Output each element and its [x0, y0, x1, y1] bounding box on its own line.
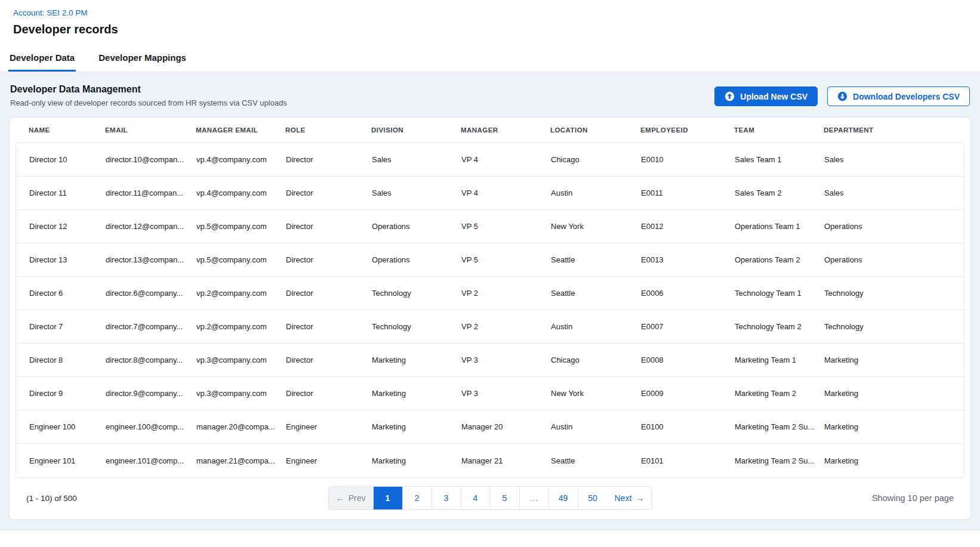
table-cell: VP 5 [461, 255, 551, 264]
account-link[interactable]: Account: SEI 2.0 PM [13, 8, 88, 17]
table-cell: vp.2@company.com [196, 289, 286, 298]
table-cell: vp.4@company.com [196, 188, 286, 197]
table-cell: E0008 [641, 356, 735, 364]
table-cell: vp.5@company.com [196, 222, 286, 231]
pagination-page-1[interactable]: 1 [374, 487, 403, 509]
table-cell: Engineer [286, 422, 372, 431]
table-cell: Operations [824, 255, 951, 264]
table-cell: Technology Team 2 [735, 322, 824, 331]
table-cell: Seattle [551, 289, 641, 298]
table-cell: Director [286, 389, 372, 398]
pagination-pages: 12345...4950 [374, 487, 608, 509]
table-cell: Technology Team 1 [735, 289, 824, 298]
table-cell: Marketing [372, 389, 461, 398]
arrow-left-icon: ← [336, 493, 344, 503]
pagination-page-49[interactable]: 49 [549, 487, 578, 509]
table-cell: Sales Team 1 [735, 155, 824, 164]
table-cell: Marketing Team 2 [735, 389, 824, 398]
table-row: Director 6director.6@company...vp.2@comp… [16, 277, 964, 310]
table-cell: Director 7 [29, 322, 106, 331]
table-cell: Engineer 101 [29, 456, 106, 465]
page-header: Account: SEI 2.0 PM Developer records [0, 0, 980, 36]
table-cell: Austin [551, 422, 641, 431]
table-cell: New York [551, 222, 641, 231]
table-cell: Operations [372, 255, 461, 264]
section-actions: Upload New CSV Download Developers CSV [714, 84, 970, 106]
table-cell: Sales [824, 155, 951, 164]
column-header: EMAIL [105, 126, 196, 134]
table-cell: Director 13 [29, 255, 106, 264]
table-cell: Marketing Team 1 [735, 356, 824, 364]
table-cell: director.12@compan... [106, 222, 196, 231]
developer-table-card: NAMEEMAILMANAGER EMAILROLEDIVISIONMANAGE… [9, 117, 971, 520]
column-header: DIVISION [371, 126, 461, 134]
pagination: ← Prev 12345...4950 Next → [328, 486, 652, 510]
table-cell: Sales Team 2 [735, 188, 824, 197]
download-csv-button[interactable]: Download Developers CSV [827, 86, 970, 106]
table-cell: vp.4@company.com [196, 155, 286, 164]
table-cell: engineer.101@comp... [106, 456, 196, 465]
table-cell: Technology [372, 322, 461, 331]
table-cell: E0100 [641, 422, 735, 431]
upload-csv-button[interactable]: Upload New CSV [714, 86, 818, 106]
table-cell: VP 4 [461, 188, 551, 197]
table-row: Director 13director.13@compan...vp.5@com… [16, 243, 964, 277]
table-cell: director.13@compan... [106, 255, 196, 264]
pagination-page-5[interactable]: 5 [491, 487, 520, 509]
table-cell: VP 3 [461, 389, 551, 398]
row-range-text: (1 - 10) of 500 [26, 494, 328, 503]
table-footer: (1 - 10) of 500 ← Prev 12345...4950 Next… [10, 478, 970, 520]
table-cell: E0006 [641, 289, 735, 298]
table-cell: Marketing [824, 356, 951, 364]
table-cell: Chicago [551, 356, 641, 364]
tab-developer-data[interactable]: Developer Data [8, 45, 76, 72]
pagination-page-50[interactable]: 50 [578, 487, 608, 509]
table-cell: Director [286, 222, 372, 231]
table-cell: E0101 [641, 456, 735, 465]
table-cell: VP 4 [461, 155, 551, 164]
table-cell: Director 9 [29, 389, 106, 398]
table-cell: Manager 21 [461, 456, 551, 465]
table-row: Engineer 101engineer.101@comp...manager.… [16, 444, 964, 477]
table-cell: Chicago [551, 155, 641, 164]
table-cell: New York [551, 389, 641, 398]
table-cell: Engineer 100 [29, 422, 106, 431]
pagination-page-2[interactable]: 2 [403, 487, 432, 509]
tab-developer-mappings[interactable]: Developer Mappings [97, 45, 187, 72]
table-cell: E0013 [641, 255, 735, 264]
table-header-row: NAMEEMAILMANAGER EMAILROLEDIVISIONMANAGE… [10, 118, 970, 141]
pagination-next-button[interactable]: Next → [608, 487, 652, 509]
table-row: Director 11director.11@compan...vp.4@com… [16, 177, 964, 210]
table-cell: Marketing [372, 356, 461, 364]
table-cell: E0011 [641, 188, 735, 197]
table-row: Director 9director.9@company...vp.3@comp… [16, 377, 964, 410]
table-cell: VP 3 [461, 356, 551, 364]
table-cell: director.8@company... [106, 356, 196, 364]
developer-data-panel: Developer Data Management Read-only view… [0, 72, 980, 530]
table-cell: manager.21@compa... [196, 456, 286, 465]
pagination-page-3[interactable]: 3 [432, 487, 461, 509]
table-row: Director 8director.8@company...vp.3@comp… [16, 344, 964, 377]
pagination-page-4[interactable]: 4 [461, 487, 491, 509]
table-body: Director 10director.10@compan...vp.4@com… [16, 143, 964, 478]
table-cell: Director 11 [29, 188, 106, 197]
column-header: DEPARTMENT [824, 126, 951, 134]
section-title: Developer Data Management [10, 84, 287, 95]
table-cell: Operations Team 2 [735, 255, 824, 264]
table-cell: vp.2@company.com [196, 322, 286, 331]
table-cell: Director [286, 322, 372, 331]
table-cell: Technology [824, 289, 951, 298]
table-cell: director.6@company... [106, 289, 196, 298]
table-cell: vp.3@company.com [196, 356, 286, 364]
table-cell: Marketing [824, 456, 951, 465]
table-cell: Sales [372, 155, 461, 164]
section-header: Developer Data Management Read-only view… [9, 82, 971, 107]
table-cell: director.10@compan... [106, 155, 196, 164]
table-cell: engineer.100@comp... [106, 422, 196, 431]
pagination-prev-button[interactable]: ← Prev [329, 487, 374, 509]
section-header-text: Developer Data Management Read-only view… [10, 84, 287, 107]
table-cell: Engineer [286, 456, 372, 465]
table-cell: E0009 [641, 389, 735, 398]
download-icon [837, 91, 848, 101]
table-row: Director 10director.10@compan...vp.4@com… [16, 143, 964, 177]
